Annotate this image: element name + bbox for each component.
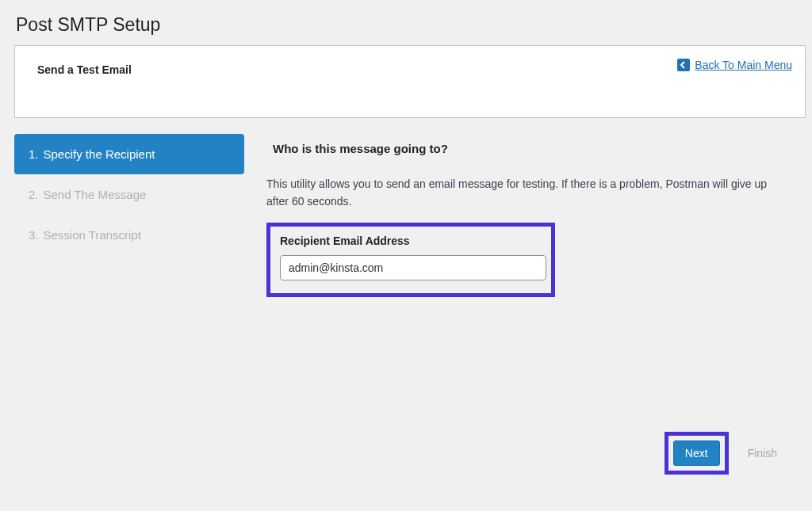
step-send-message[interactable]: 2. Send The Message (14, 174, 244, 215)
step-number: 1. (29, 147, 39, 161)
back-to-main-menu-link[interactable]: Back To Main Menu (695, 59, 792, 71)
footer-actions: Next Finish (665, 432, 777, 475)
step-specify-recipient[interactable]: 1. Specify the Recipient (14, 134, 244, 174)
recipient-email-label: Recipient Email Address (280, 235, 542, 247)
wizard: 1. Specify the Recipient 2. Send The Mes… (14, 134, 806, 482)
arrow-left-icon (677, 59, 690, 71)
card-title: Send a Test Email (37, 63, 783, 76)
wizard-steps: 1. Specify the Recipient 2. Send The Mes… (14, 134, 244, 482)
step-number: 3. (29, 228, 39, 242)
step-session-transcript[interactable]: 3. Session Transcript (14, 215, 244, 255)
step-label: Send The Message (44, 188, 147, 201)
wizard-content: Who is this message going to? This utili… (266, 134, 806, 482)
back-link-wrap: Back To Main Menu (677, 59, 792, 71)
content-heading: Who is this message going to? (266, 142, 777, 155)
next-highlight-box: Next (665, 432, 729, 475)
header-card: Send a Test Email Back To Main Menu (14, 45, 806, 118)
page-title: Post SMTP Setup (0, 0, 812, 45)
content-description: This utility allows you to send an email… (266, 176, 777, 210)
next-button[interactable]: Next (673, 440, 720, 466)
recipient-highlight-box: Recipient Email Address (266, 223, 555, 297)
step-number: 2. (29, 188, 39, 201)
recipient-email-input[interactable] (280, 255, 546, 280)
finish-button: Finish (748, 447, 777, 460)
step-label: Specify the Recipient (44, 147, 155, 161)
step-label: Session Transcript (44, 228, 141, 242)
